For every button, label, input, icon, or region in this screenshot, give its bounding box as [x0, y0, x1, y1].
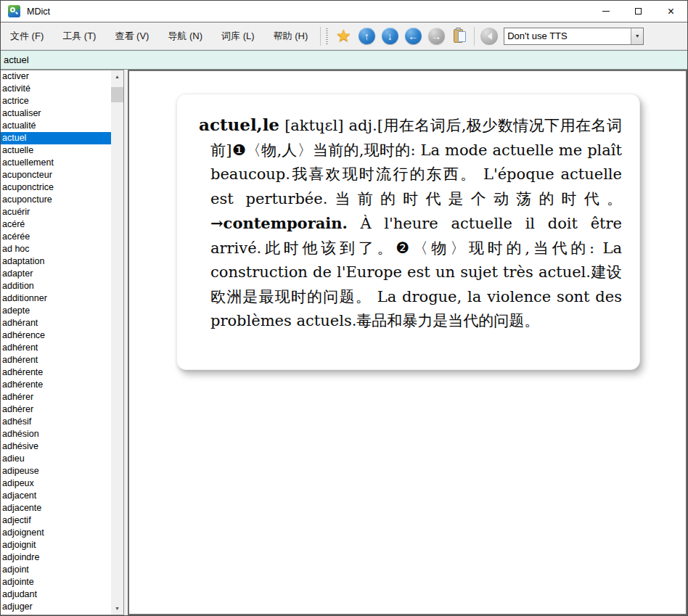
- list-item[interactable]: adjuger: [1, 601, 111, 613]
- arrow-up-icon: ↑: [359, 28, 375, 44]
- list-item[interactable]: acuérir: [1, 206, 111, 218]
- menu-toolbar-row: 文件 (F)工具 (T)查看 (V)导航 (N)词库 (L)帮助 (H) ★ ↑…: [1, 22, 687, 50]
- nav-back-button[interactable]: ←: [403, 26, 423, 46]
- search-bar: [1, 50, 687, 70]
- nav-forward-button[interactable]: →: [426, 26, 446, 46]
- maximize-button[interactable]: [622, 1, 655, 22]
- entry-headword: actuel,le: [199, 115, 279, 134]
- list-item[interactable]: activité: [1, 83, 111, 95]
- list-item[interactable]: adepte: [1, 305, 111, 317]
- list-item[interactable]: actuellement: [1, 157, 111, 169]
- list-item[interactable]: adipeuse: [1, 465, 111, 477]
- entry-crossref[interactable]: →contemporain.: [210, 214, 348, 232]
- list-item[interactable]: adhérente: [1, 366, 111, 379]
- menu-item[interactable]: 帮助 (H): [264, 22, 318, 49]
- magnifier-handle: [15, 12, 18, 15]
- list-item[interactable]: adjoindre: [1, 551, 111, 564]
- list-item[interactable]: adhérant: [1, 317, 111, 329]
- favorites-button[interactable]: ★: [333, 26, 353, 46]
- menu-item[interactable]: 查看 (V): [105, 22, 158, 49]
- menu-item[interactable]: 工具 (T): [53, 22, 105, 49]
- title-bar: MDict ×: [1, 1, 687, 22]
- list-item[interactable]: additionner: [1, 292, 111, 305]
- scrollbar-thumb[interactable]: [111, 87, 123, 102]
- list-item[interactable]: actualiser: [1, 107, 111, 120]
- list-item[interactable]: adhésion: [1, 428, 111, 440]
- chevron-down-icon: ▼: [635, 33, 640, 38]
- paste-button[interactable]: [449, 26, 470, 46]
- word-list-panel: activeractivitéactriceactualiseractualit…: [1, 70, 124, 615]
- list-item[interactable]: adjoignent: [1, 527, 111, 539]
- minimize-button[interactable]: [589, 1, 622, 22]
- list-item[interactable]: acéré: [1, 218, 111, 231]
- speaker-icon: [480, 28, 498, 45]
- list-item[interactable]: adaptation: [1, 255, 111, 268]
- list-item[interactable]: adhérent: [1, 354, 111, 366]
- toolbar-separator: [320, 27, 321, 46]
- speak-button[interactable]: [479, 26, 499, 46]
- list-item[interactable]: adhésif: [1, 416, 111, 428]
- tts-combobox[interactable]: Don't use TTS ▼: [504, 28, 644, 45]
- menu-item[interactable]: 词库 (L): [212, 22, 264, 49]
- search-input[interactable]: [1, 50, 687, 70]
- dictionary-entry-card: actuel,le [aktɥɛl] adj.[用在名词后,极少数情况下用在名词…: [176, 94, 640, 370]
- close-button[interactable]: ×: [655, 1, 687, 22]
- word-list: activeractivitéactriceactualiseractualit…: [1, 70, 111, 613]
- app-window: MDict × 文件 (F)工具 (T)查看 (V)导航 (N)词库 (L)帮助…: [0, 0, 688, 616]
- list-item[interactable]: adhérer: [1, 403, 111, 416]
- list-item[interactable]: ad hoc: [1, 243, 111, 255]
- list-item[interactable]: adjointe: [1, 576, 111, 588]
- list-item[interactable]: acuponcteur: [1, 169, 111, 181]
- toolbar-grip[interactable]: [326, 28, 328, 44]
- nav-down-button[interactable]: ↓: [380, 26, 400, 46]
- list-item[interactable]: adhérer: [1, 391, 111, 403]
- star-icon: ★: [336, 28, 351, 44]
- magnifier-icon: [10, 7, 15, 12]
- minimize-icon: [602, 11, 610, 12]
- menu-item[interactable]: 文件 (F): [1, 22, 53, 49]
- entry-text: actuel,le [aktɥɛl] adj.[用在名词后,极少数情况下用在名词…: [199, 112, 622, 334]
- tts-dropdown-button[interactable]: ▼: [631, 28, 643, 44]
- list-scrollbar[interactable]: ▲ ▼: [111, 70, 123, 615]
- tts-selected-option: Don't use TTS: [504, 28, 631, 44]
- list-item[interactable]: adjoint: [1, 564, 111, 576]
- scroll-up-icon[interactable]: ▲: [111, 70, 123, 83]
- list-item[interactable]: adhésive: [1, 440, 111, 453]
- nav-up-button[interactable]: ↑: [356, 26, 377, 46]
- list-item[interactable]: actuelle: [1, 144, 111, 157]
- definition-panel: actuel,le [aktɥɛl] adj.[用在名词后,极少数情况下用在名词…: [128, 70, 687, 615]
- list-item[interactable]: acérée: [1, 231, 111, 243]
- list-item[interactable]: adhérente: [1, 379, 111, 391]
- list-item[interactable]: adipeux: [1, 477, 111, 490]
- list-item[interactable]: adjectif: [1, 514, 111, 527]
- app-icon: [8, 5, 20, 17]
- list-item[interactable]: addition: [1, 280, 111, 292]
- menu-bar: 文件 (F)工具 (T)查看 (V)导航 (N)词库 (L)帮助 (H): [1, 22, 317, 49]
- list-item[interactable]: adhérent: [1, 342, 111, 354]
- arrow-down-icon: ↓: [382, 28, 398, 44]
- list-item[interactable]: adieu: [1, 453, 111, 465]
- list-item[interactable]: adapter: [1, 268, 111, 280]
- scroll-down-icon[interactable]: ▼: [111, 602, 123, 615]
- window-title: MDict: [27, 7, 589, 17]
- list-item[interactable]: acuponctrice: [1, 181, 111, 194]
- list-item[interactable]: adjacent: [1, 490, 111, 502]
- clipboard-icon: [454, 28, 466, 44]
- list-item[interactable]: actuel: [1, 132, 111, 144]
- list-item[interactable]: activer: [1, 70, 111, 83]
- list-item[interactable]: adjoignit: [1, 539, 111, 551]
- toolbar-separator-2: [474, 27, 475, 46]
- menu-item[interactable]: 导航 (N): [158, 22, 212, 49]
- list-item[interactable]: acuponcture: [1, 194, 111, 206]
- list-item[interactable]: adjudant: [1, 588, 111, 601]
- list-item[interactable]: adjacente: [1, 502, 111, 514]
- list-item[interactable]: adhérence: [1, 329, 111, 342]
- list-item[interactable]: actualité: [1, 120, 111, 132]
- arrow-left-icon: ←: [405, 28, 422, 44]
- maximize-icon: [635, 8, 642, 15]
- list-item[interactable]: actrice: [1, 95, 111, 107]
- arrow-right-icon: →: [428, 28, 445, 44]
- main-area: activeractivitéactriceactualiseractualit…: [1, 70, 687, 615]
